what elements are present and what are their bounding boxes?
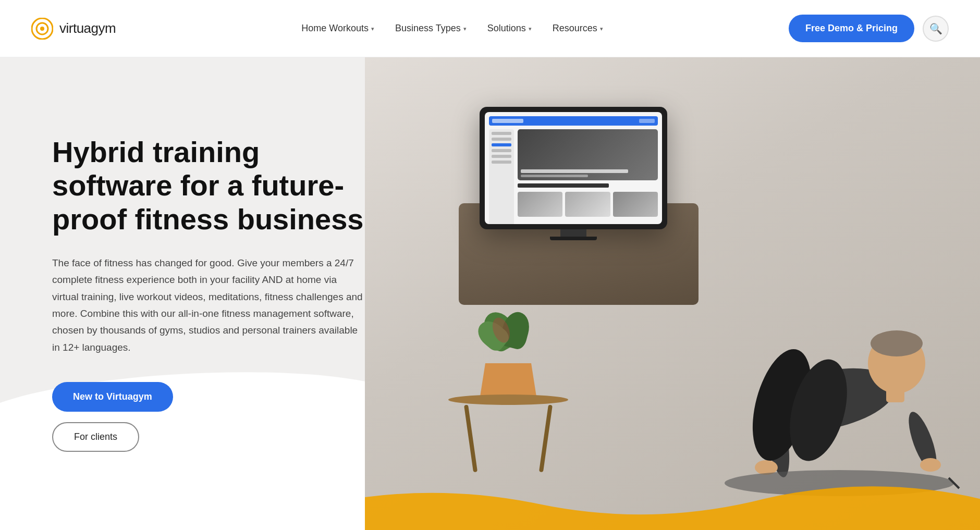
hero-title: Hybrid training software for a future-pr… xyxy=(52,135,365,236)
for-clients-button[interactable]: For clients xyxy=(52,422,139,452)
new-to-virtuagym-button[interactable]: New to Virtuagym xyxy=(52,382,173,412)
chevron-down-icon: ▾ xyxy=(463,26,467,32)
nav-item-solutions[interactable]: Solutions ▾ xyxy=(479,19,540,38)
hero-section: Hybrid training software for a future-pr… xyxy=(0,57,980,530)
logo-link[interactable]: virtuagym xyxy=(31,18,116,40)
chevron-down-icon: ▾ xyxy=(600,26,603,32)
plant-table xyxy=(448,395,568,473)
svg-point-5 xyxy=(871,330,923,356)
hero-content: Hybrid training software for a future-pr… xyxy=(0,94,407,494)
svg-point-10 xyxy=(920,458,941,472)
nav-item-resources[interactable]: Resources ▾ xyxy=(544,19,611,38)
search-button[interactable]: 🔍 xyxy=(923,16,949,42)
nav-label-resources: Resources xyxy=(553,23,597,34)
logo-icon xyxy=(31,18,53,40)
nav-item-home-workouts[interactable]: Home Workouts ▾ xyxy=(293,19,383,38)
chevron-down-icon: ▾ xyxy=(371,26,374,32)
header-actions: Free Demo & Pricing 🔍 xyxy=(789,15,949,42)
chevron-down-icon: ▾ xyxy=(529,26,532,32)
hero-description: The face of fitness has changed for good… xyxy=(52,255,365,356)
svg-point-2 xyxy=(40,27,44,31)
hero-buttons: New to Virtuagym For clients xyxy=(52,382,365,452)
nav-item-business-types[interactable]: Business Types ▾ xyxy=(387,19,475,38)
logo-text: virtuagym xyxy=(59,20,116,36)
nav-label-solutions: Solutions xyxy=(487,23,526,34)
nav-label-business-types: Business Types xyxy=(395,23,461,34)
free-demo-button[interactable]: Free Demo & Pricing xyxy=(789,15,914,42)
orange-wave xyxy=(365,475,980,530)
site-header: virtuagym Home Workouts ▾ Business Types… xyxy=(0,0,980,57)
hero-visual xyxy=(365,57,980,530)
main-nav: Home Workouts ▾ Business Types ▾ Solutio… xyxy=(116,19,789,38)
svg-rect-6 xyxy=(886,387,904,402)
tv-monitor xyxy=(480,107,667,240)
search-icon: 🔍 xyxy=(929,22,942,35)
nav-label-home-workouts: Home Workouts xyxy=(301,23,369,34)
